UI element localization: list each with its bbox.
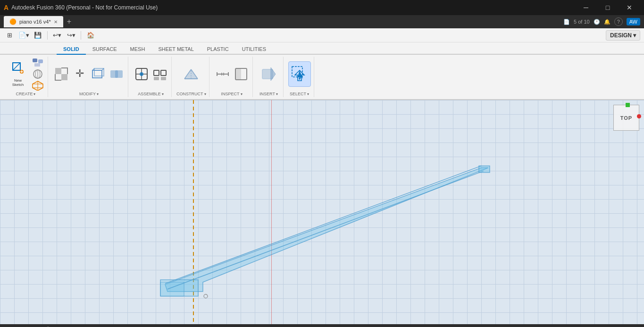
tab-bar: 🟠 piano v16 v4* ✕ + 📄 5 of 10 🕐 🔔 ? AW: [0, 15, 644, 28]
svg-rect-5: [33, 59, 37, 62]
design-arrow: ▾: [633, 32, 636, 39]
modify-group-arrow: ▾: [97, 92, 99, 96]
page-counter: 5 of 10: [574, 19, 590, 25]
insert-button[interactable]: [258, 61, 280, 87]
shell-button[interactable]: [90, 66, 107, 83]
create-group-label: CREATE: [16, 92, 33, 96]
shape-drawing: [0, 100, 644, 324]
svg-rect-31: [161, 77, 166, 80]
sketch-icon: [11, 61, 25, 77]
grid-menu-button[interactable]: ⊞: [4, 30, 15, 41]
page-counter-icon: 📄: [563, 19, 570, 25]
create-form-button[interactable]: [31, 58, 45, 68]
ribbon-group-insert: INSERT ▾: [255, 57, 284, 97]
svg-line-54: [167, 171, 484, 289]
file-tab-name: piano v16 v4*: [19, 19, 51, 25]
toolbar-separator-1: [47, 31, 48, 40]
ribbon-group-construct: CONSTRUCT ▾: [174, 57, 209, 97]
ribbon-group-modify: ✛: [50, 57, 128, 97]
svg-line-55: [165, 166, 481, 284]
measure-button[interactable]: [214, 66, 231, 83]
svg-point-53: [204, 294, 208, 298]
svg-rect-23: [115, 70, 123, 78]
title-bar: A Autodesk Fusion 360 (Personal - Not fo…: [0, 0, 644, 15]
assemble-button[interactable]: [133, 66, 150, 83]
select-group-arrow: ▾: [307, 92, 309, 96]
select-group-label: SELECT: [290, 92, 306, 96]
ribbon-group-assemble: ASSEMBLE ▾: [130, 57, 172, 97]
construct-group-label: CONSTRUCT: [176, 92, 203, 96]
maximize-button[interactable]: □: [597, 0, 619, 15]
svg-line-1: [13, 63, 20, 70]
ribbon-group-inspect: INSPECT ▾: [211, 57, 253, 97]
axis-widget[interactable]: TOP: [609, 105, 639, 135]
svg-rect-15: [55, 68, 61, 74]
bottom-bar: ⌖ ⊙ ✋ ⊕ 🔍 ▣ ⊞ ⊠: [0, 324, 644, 327]
design-label: DESIGN: [610, 32, 632, 39]
redo-button[interactable]: ↪▾: [66, 30, 77, 41]
save-button[interactable]: 💾: [32, 30, 43, 41]
undo-button[interactable]: ↩▾: [51, 30, 63, 41]
user-avatar[interactable]: AW: [627, 18, 640, 25]
insert-group-arrow: ▾: [276, 92, 278, 96]
feature-button[interactable]: [31, 80, 45, 91]
combine-button[interactable]: [108, 66, 125, 83]
svg-rect-43: [235, 68, 241, 80]
tab-plastic[interactable]: PLASTIC: [201, 44, 235, 55]
top-toolbar: ⊞ 📄▾ 💾 ↩▾ ↪▾ 🏠 DESIGN ▾: [0, 28, 644, 42]
svg-point-27: [140, 72, 143, 76]
help-icon[interactable]: ?: [614, 17, 623, 26]
file-tab[interactable]: 🟠 piano v16 v4* ✕: [4, 16, 63, 27]
motion-button[interactable]: [151, 66, 168, 83]
select-button[interactable]: [288, 61, 311, 87]
new-sketch-button[interactable]: NewSketch: [7, 61, 29, 87]
app-logo: A: [4, 4, 8, 11]
tab-utilities[interactable]: UTILITIES: [235, 44, 273, 55]
ribbon-content: NewSketch: [0, 55, 644, 100]
home-button[interactable]: 🏠: [85, 30, 96, 41]
svg-rect-7: [34, 63, 40, 67]
ribbon-group-select: SELECT ▾: [285, 57, 314, 97]
tab-close-button[interactable]: ✕: [54, 19, 58, 25]
revolve-button[interactable]: [31, 69, 45, 79]
create-group-arrow: ▾: [33, 92, 35, 96]
ribbon-group-create: NewSketch: [4, 57, 48, 97]
tab-surface[interactable]: SURFACE: [86, 44, 124, 55]
svg-text:✛: ✛: [75, 67, 84, 79]
tab-file-icon: 🟠: [9, 18, 17, 25]
tab-solid[interactable]: SOLID: [57, 44, 86, 55]
insert-group-label: INSERT: [259, 92, 275, 96]
svg-marker-45: [271, 67, 276, 81]
ribbon-tabs: SOLID SURFACE MESH SHEET METAL PLASTIC U…: [0, 42, 644, 55]
svg-marker-56: [479, 166, 490, 173]
y-axis-dot: [626, 103, 630, 107]
minimize-button[interactable]: ─: [575, 0, 597, 15]
svg-rect-30: [154, 77, 159, 80]
tab-sheet-metal[interactable]: SHEET METAL: [151, 44, 200, 55]
construct-plane-button[interactable]: [180, 61, 202, 87]
svg-rect-6: [38, 59, 43, 63]
add-tab-button[interactable]: +: [67, 17, 71, 26]
clock-icon: 🕐: [594, 19, 600, 25]
modify-group-label: MODIFY: [79, 92, 96, 96]
assemble-group-arrow: ▾: [162, 92, 164, 96]
assemble-group-label: ASSEMBLE: [138, 92, 161, 96]
close-button[interactable]: ✕: [619, 0, 640, 15]
svg-rect-16: [61, 74, 67, 80]
tab-mesh[interactable]: MESH: [124, 44, 152, 55]
x-axis-dot: [637, 114, 641, 118]
app-title: Autodesk Fusion 360 (Personal - Not for …: [11, 4, 158, 11]
section-analysis-button[interactable]: [233, 66, 250, 83]
viewport[interactable]: TOP: [0, 100, 644, 324]
notification-icon[interactable]: 🔔: [604, 19, 611, 25]
toolbar-separator-2: [81, 31, 81, 40]
top-view-button[interactable]: TOP: [613, 105, 639, 131]
construct-group-arrow: ▾: [204, 92, 206, 96]
fillet-button[interactable]: [53, 66, 70, 83]
design-dropdown[interactable]: DESIGN ▾: [606, 30, 640, 41]
svg-rect-28: [154, 70, 159, 75]
file-menu-button[interactable]: 📄▾: [18, 30, 29, 41]
move-button[interactable]: ✛: [71, 66, 88, 83]
inspect-group-arrow: ▾: [241, 92, 243, 96]
sketch-label: NewSketch: [12, 78, 24, 87]
